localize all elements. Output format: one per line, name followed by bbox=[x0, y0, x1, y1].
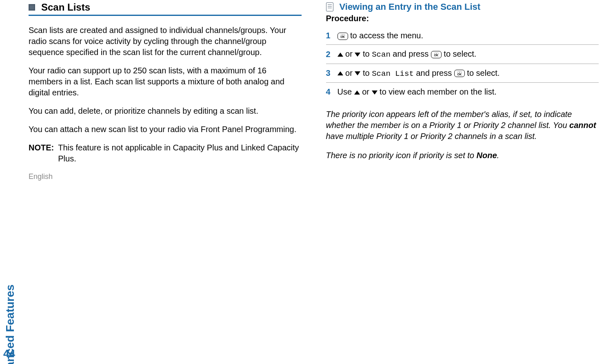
square-bullet-icon bbox=[29, 4, 35, 11]
content-area: Scan Lists Scan lists are created and as… bbox=[20, 0, 615, 364]
ok-button-icon: ▢▢OK bbox=[431, 51, 442, 58]
side-column: Advanced Features 44 bbox=[0, 0, 20, 364]
down-arrow-icon bbox=[372, 90, 377, 95]
step-text: to bbox=[360, 49, 372, 58]
page-number: 44 bbox=[3, 347, 15, 360]
step-text: to access the menu. bbox=[348, 31, 424, 40]
note-row: NOTE: This feature is not applicable in … bbox=[29, 142, 302, 164]
paragraph: Your radio can support up to 250 scan li… bbox=[29, 65, 302, 98]
steps-block: 1 ▢▢OK to access the menu. 2 or to Scan … bbox=[326, 26, 599, 101]
procedure-label: Procedure: bbox=[326, 14, 599, 23]
step-row: 3 or to Scan List and press ▢▢OK to sele… bbox=[326, 64, 599, 83]
step-row: 4 Use or to view each member on the list… bbox=[326, 83, 599, 101]
step-text: or bbox=[360, 87, 372, 96]
scan-lists-heading: Scan Lists bbox=[41, 2, 90, 13]
note-label: NOTE: bbox=[29, 142, 54, 164]
subheading-row: Viewing an Entry in the Scan List bbox=[326, 2, 599, 12]
left-column: Scan Lists Scan lists are created and as… bbox=[29, 0, 302, 364]
note-text: have multiple Priority 1 or Priority 2 c… bbox=[326, 132, 537, 141]
step-text: to select. bbox=[465, 68, 500, 77]
italic-note: There is no priority icon if priority is… bbox=[326, 150, 599, 161]
step-text: or bbox=[343, 68, 355, 77]
step-text: Use bbox=[337, 87, 354, 96]
ok-button-icon: ▢▢OK bbox=[454, 70, 465, 77]
menu-option: Scan bbox=[372, 50, 391, 59]
right-column: Viewing an Entry in the Scan List Proced… bbox=[326, 0, 599, 364]
note-text: The priority icon appears left of the me… bbox=[326, 110, 572, 130]
down-arrow-icon bbox=[355, 71, 360, 75]
step-row: 1 ▢▢OK to access the menu. bbox=[326, 26, 599, 45]
step-number: 2 bbox=[326, 49, 333, 60]
step-number: 1 bbox=[326, 30, 333, 41]
ok-button-icon: ▢▢OK bbox=[337, 33, 348, 40]
step-text: to bbox=[360, 68, 372, 77]
note-bold: None bbox=[477, 151, 497, 160]
up-arrow-icon bbox=[354, 90, 360, 95]
paragraph: Scan lists are created and assigned to i… bbox=[29, 25, 302, 58]
note-text: . bbox=[497, 151, 500, 160]
step-number: 4 bbox=[326, 86, 333, 97]
note-bold: cannot bbox=[569, 121, 596, 130]
step-text: or bbox=[343, 49, 355, 58]
document-icon bbox=[326, 2, 333, 11]
italic-note: The priority icon appears left of the me… bbox=[326, 109, 599, 142]
note-text: There is no priority icon if priority is… bbox=[326, 151, 477, 160]
step-number: 3 bbox=[326, 67, 333, 79]
heading-underline bbox=[29, 15, 302, 16]
menu-option: Scan List bbox=[372, 69, 414, 78]
paragraph: You can attach a new scan list to your r… bbox=[29, 124, 302, 135]
step-text: to select. bbox=[442, 49, 477, 58]
step-content: or to Scan List and press ▢▢OK to select… bbox=[337, 67, 500, 79]
step-text: and press bbox=[391, 49, 431, 58]
step-text: to view each member on the list. bbox=[377, 87, 497, 96]
up-arrow-icon bbox=[337, 71, 343, 75]
step-content: ▢▢OK to access the menu. bbox=[337, 30, 424, 41]
step-row: 2 or to Scan and press ▢▢OK to select. bbox=[326, 45, 599, 64]
step-content: Use or to view each member on the list. bbox=[337, 86, 497, 97]
note-text: This feature is not applicable in Capaci… bbox=[58, 142, 301, 164]
language-label: English bbox=[29, 172, 302, 181]
paragraph: You can add, delete, or prioritize chann… bbox=[29, 106, 302, 117]
up-arrow-icon bbox=[337, 53, 343, 57]
heading-row: Scan Lists bbox=[29, 2, 302, 13]
down-arrow-icon bbox=[355, 53, 360, 57]
step-text: and press bbox=[414, 68, 454, 77]
step-content: or to Scan and press ▢▢OK to select. bbox=[337, 48, 477, 60]
viewing-entry-heading: Viewing an Entry in the Scan List bbox=[340, 2, 481, 12]
